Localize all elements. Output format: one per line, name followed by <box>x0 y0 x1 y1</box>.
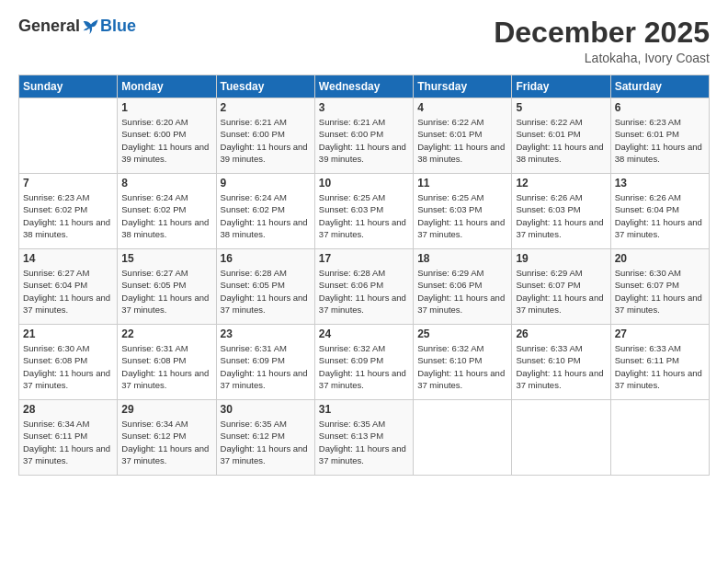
calendar-cell: 23Sunrise: 6:31 AMSunset: 6:09 PMDayligh… <box>216 325 314 400</box>
day-info: Sunrise: 6:28 AMSunset: 6:05 PMDaylight:… <box>221 267 311 316</box>
day-info: Sunrise: 6:26 AMSunset: 6:03 PMDaylight:… <box>516 191 606 240</box>
day-number: 14 <box>23 252 113 265</box>
calendar-cell: 10Sunrise: 6:25 AMSunset: 6:03 PMDayligh… <box>314 174 413 249</box>
day-number: 28 <box>23 403 113 416</box>
day-number: 24 <box>319 327 409 340</box>
calendar-cell: 3Sunrise: 6:21 AMSunset: 6:00 PMDaylight… <box>314 98 413 174</box>
calendar-cell: 25Sunrise: 6:32 AMSunset: 6:10 PMDayligh… <box>414 325 512 400</box>
day-info: Sunrise: 6:28 AMSunset: 6:06 PMDaylight:… <box>319 267 409 316</box>
calendar-cell: 19Sunrise: 6:29 AMSunset: 6:07 PMDayligh… <box>512 249 610 325</box>
calendar-header-saturday: Saturday <box>610 75 709 98</box>
calendar-cell: 18Sunrise: 6:29 AMSunset: 6:06 PMDayligh… <box>414 249 512 325</box>
calendar-week-2: 7Sunrise: 6:23 AMSunset: 6:02 PMDaylight… <box>19 174 710 249</box>
day-info: Sunrise: 6:21 AMSunset: 6:00 PMDaylight:… <box>319 116 409 165</box>
logo-general: General <box>18 17 80 36</box>
calendar-table: SundayMondayTuesdayWednesdayThursdayFrid… <box>18 75 710 476</box>
calendar-cell: 4Sunrise: 6:22 AMSunset: 6:01 PMDaylight… <box>414 98 512 174</box>
calendar-cell: 11Sunrise: 6:25 AMSunset: 6:03 PMDayligh… <box>414 174 512 249</box>
day-number: 4 <box>417 101 507 114</box>
calendar-cell: 30Sunrise: 6:35 AMSunset: 6:12 PMDayligh… <box>216 400 314 476</box>
logo-blue: Blue <box>100 17 136 36</box>
day-number: 1 <box>121 101 211 114</box>
calendar-header-monday: Monday <box>118 75 216 98</box>
calendar-cell: 27Sunrise: 6:33 AMSunset: 6:11 PMDayligh… <box>610 325 709 400</box>
day-info: Sunrise: 6:22 AMSunset: 6:01 PMDaylight:… <box>417 116 507 165</box>
calendar-week-5: 28Sunrise: 6:34 AMSunset: 6:11 PMDayligh… <box>19 400 710 476</box>
calendar-cell: 26Sunrise: 6:33 AMSunset: 6:10 PMDayligh… <box>512 325 610 400</box>
day-info: Sunrise: 6:23 AMSunset: 6:02 PMDaylight:… <box>23 191 113 240</box>
calendar-cell: 28Sunrise: 6:34 AMSunset: 6:11 PMDayligh… <box>19 400 118 476</box>
day-info: Sunrise: 6:34 AMSunset: 6:11 PMDaylight:… <box>23 418 113 466</box>
day-info: Sunrise: 6:20 AMSunset: 6:00 PMDaylight:… <box>121 116 211 165</box>
calendar-cell: 1Sunrise: 6:20 AMSunset: 6:00 PMDaylight… <box>118 98 216 174</box>
day-info: Sunrise: 6:31 AMSunset: 6:09 PMDaylight:… <box>221 342 311 391</box>
day-number: 22 <box>121 327 211 340</box>
calendar-cell: 29Sunrise: 6:34 AMSunset: 6:12 PMDayligh… <box>118 400 216 476</box>
day-info: Sunrise: 6:22 AMSunset: 6:01 PMDaylight:… <box>516 116 606 165</box>
day-number: 13 <box>615 177 705 190</box>
calendar-week-3: 14Sunrise: 6:27 AMSunset: 6:04 PMDayligh… <box>19 249 710 325</box>
day-number: 8 <box>121 177 211 190</box>
calendar-cell: 6Sunrise: 6:23 AMSunset: 6:01 PMDaylight… <box>610 98 709 174</box>
calendar-cell: 9Sunrise: 6:24 AMSunset: 6:02 PMDaylight… <box>216 174 314 249</box>
day-info: Sunrise: 6:21 AMSunset: 6:00 PMDaylight:… <box>221 116 311 165</box>
day-info: Sunrise: 6:32 AMSunset: 6:10 PMDaylight:… <box>417 342 507 391</box>
day-info: Sunrise: 6:30 AMSunset: 6:07 PMDaylight:… <box>615 267 705 316</box>
day-number: 10 <box>319 177 409 190</box>
calendar-cell: 7Sunrise: 6:23 AMSunset: 6:02 PMDaylight… <box>19 174 118 249</box>
day-info: Sunrise: 6:29 AMSunset: 6:07 PMDaylight:… <box>516 267 606 316</box>
day-number: 26 <box>516 327 606 340</box>
calendar-cell: 14Sunrise: 6:27 AMSunset: 6:04 PMDayligh… <box>19 249 118 325</box>
calendar-cell: 22Sunrise: 6:31 AMSunset: 6:08 PMDayligh… <box>118 325 216 400</box>
calendar-cell <box>19 98 118 174</box>
day-info: Sunrise: 6:34 AMSunset: 6:12 PMDaylight:… <box>121 418 211 466</box>
calendar-cell: 31Sunrise: 6:35 AMSunset: 6:13 PMDayligh… <box>314 400 413 476</box>
day-info: Sunrise: 6:33 AMSunset: 6:10 PMDaylight:… <box>516 342 606 391</box>
calendar-week-1: 1Sunrise: 6:20 AMSunset: 6:00 PMDaylight… <box>19 98 710 174</box>
day-number: 9 <box>221 177 311 190</box>
day-number: 17 <box>319 252 409 265</box>
day-info: Sunrise: 6:35 AMSunset: 6:12 PMDaylight:… <box>221 418 311 466</box>
calendar-cell: 16Sunrise: 6:28 AMSunset: 6:05 PMDayligh… <box>216 249 314 325</box>
calendar-header-friday: Friday <box>512 75 610 98</box>
day-info: Sunrise: 6:24 AMSunset: 6:02 PMDaylight:… <box>121 191 211 240</box>
day-number: 6 <box>615 101 705 114</box>
day-number: 20 <box>615 252 705 265</box>
day-number: 18 <box>417 252 507 265</box>
day-info: Sunrise: 6:33 AMSunset: 6:11 PMDaylight:… <box>615 342 705 391</box>
day-number: 12 <box>516 177 606 190</box>
calendar-header-thursday: Thursday <box>414 75 512 98</box>
calendar-header-tuesday: Tuesday <box>216 75 314 98</box>
calendar-week-4: 21Sunrise: 6:30 AMSunset: 6:08 PMDayligh… <box>19 325 710 400</box>
day-info: Sunrise: 6:35 AMSunset: 6:13 PMDaylight:… <box>319 418 409 466</box>
calendar-cell: 5Sunrise: 6:22 AMSunset: 6:01 PMDaylight… <box>512 98 610 174</box>
calendar-header-sunday: Sunday <box>19 75 118 98</box>
day-number: 7 <box>23 177 113 190</box>
day-number: 31 <box>319 403 409 416</box>
calendar-cell: 15Sunrise: 6:27 AMSunset: 6:05 PMDayligh… <box>118 249 216 325</box>
day-info: Sunrise: 6:23 AMSunset: 6:01 PMDaylight:… <box>615 116 705 165</box>
day-number: 27 <box>615 327 705 340</box>
calendar-cell: 13Sunrise: 6:26 AMSunset: 6:04 PMDayligh… <box>610 174 709 249</box>
bird-icon <box>82 17 100 36</box>
logo: General Blue <box>18 17 136 36</box>
day-number: 2 <box>221 101 311 114</box>
day-info: Sunrise: 6:26 AMSunset: 6:04 PMDaylight:… <box>615 191 705 240</box>
day-number: 19 <box>516 252 606 265</box>
location: Latokaha, Ivory Coast <box>494 51 710 65</box>
day-number: 29 <box>121 403 211 416</box>
day-info: Sunrise: 6:29 AMSunset: 6:06 PMDaylight:… <box>417 267 507 316</box>
day-info: Sunrise: 6:25 AMSunset: 6:03 PMDaylight:… <box>417 191 507 240</box>
day-number: 16 <box>221 252 311 265</box>
day-number: 21 <box>23 327 113 340</box>
day-info: Sunrise: 6:30 AMSunset: 6:08 PMDaylight:… <box>23 342 113 391</box>
calendar-cell: 21Sunrise: 6:30 AMSunset: 6:08 PMDayligh… <box>19 325 118 400</box>
calendar-cell <box>512 400 610 476</box>
day-info: Sunrise: 6:24 AMSunset: 6:02 PMDaylight:… <box>221 191 311 240</box>
calendar-cell <box>610 400 709 476</box>
day-info: Sunrise: 6:25 AMSunset: 6:03 PMDaylight:… <box>319 191 409 240</box>
day-number: 15 <box>121 252 211 265</box>
day-number: 30 <box>221 403 311 416</box>
day-info: Sunrise: 6:32 AMSunset: 6:09 PMDaylight:… <box>319 342 409 391</box>
day-info: Sunrise: 6:27 AMSunset: 6:04 PMDaylight:… <box>23 267 113 316</box>
